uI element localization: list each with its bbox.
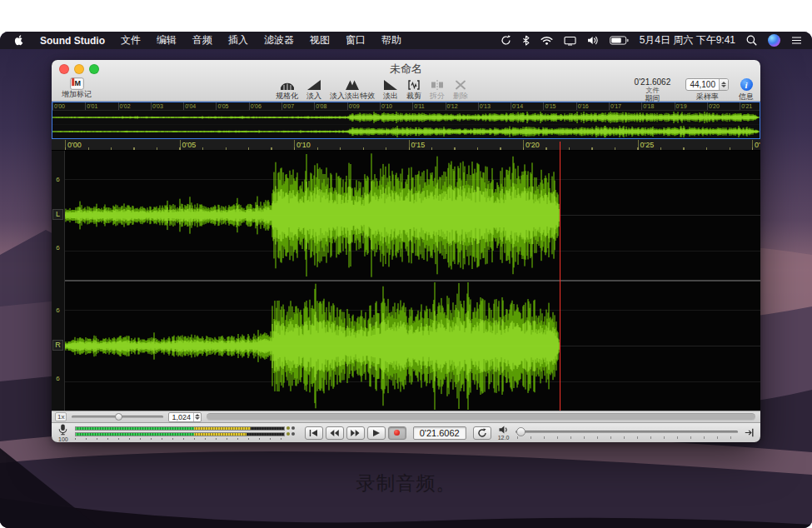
tool-fade-in-out[interactable]: 淡入淡出特效 (326, 77, 378, 100)
overview-tick: 0'10 (380, 102, 392, 110)
window-title: 未命名 (52, 60, 760, 78)
loop-button[interactable] (473, 426, 491, 440)
menu-item-help[interactable]: 帮助 (381, 33, 401, 47)
right-channel-lane[interactable] (65, 281, 760, 411)
input-level-meters (75, 426, 298, 440)
effect-tools: 规格化 淡入 淡入淡出特效 (272, 77, 471, 100)
ruler-tick: 0'20 (523, 140, 540, 150)
record-button[interactable] (388, 426, 406, 440)
edit-view: 0'000'050'100'150'200'250'30 6 L 6 6 R 6 (52, 139, 760, 411)
transport-bar: 100 (52, 422, 760, 442)
sample-rate-select[interactable]: 44,100 (685, 78, 729, 91)
menu-app-name[interactable]: Sound Studio (40, 35, 105, 47)
transport-buttons (305, 426, 406, 440)
playhead[interactable] (560, 142, 560, 411)
menu-item-view[interactable]: 视图 (310, 33, 330, 47)
add-marker-button[interactable]: M 增加标记 (58, 77, 95, 98)
meter-scale-ticks (75, 438, 288, 440)
overview-tick: 0'05 (216, 102, 228, 110)
overview-tick: 0'18 (641, 102, 654, 110)
sync-icon[interactable] (501, 35, 511, 46)
display-icon[interactable] (564, 36, 576, 46)
output-level-value: 12.0 (498, 435, 510, 441)
rewind-button[interactable] (326, 426, 344, 440)
ruler-tick: 0'30 (752, 140, 760, 150)
overview-tick: 0'15 (543, 102, 555, 110)
duration-display: 0'21.6062 文件 期间 (629, 78, 675, 102)
menu-item-file[interactable]: 文件 (121, 33, 141, 47)
overview-tick: 0'00 (52, 102, 65, 110)
apple-menu[interactable] (13, 34, 24, 47)
stepper-icon[interactable] (719, 79, 728, 90)
menu-bar: Sound Studio 文件 编辑 音频 插入 滤波器 视图 窗口 帮助 (0, 32, 812, 49)
close-button[interactable] (59, 64, 69, 74)
right-channel-waveform (65, 281, 760, 411)
minimize-button[interactable] (74, 64, 84, 74)
clip-led (286, 432, 290, 436)
overview-tick: 0'17 (609, 102, 621, 110)
menu-datetime[interactable]: 5月4日 周六 下午9:41 (640, 33, 735, 47)
tool-delete: 删除 (450, 77, 471, 100)
overview-strip[interactable]: 0'000'010'020'030'040'050'060'070'080'09… (52, 102, 760, 139)
db-scale-label: 6 (52, 306, 64, 314)
overview-tick: 0'06 (249, 102, 262, 110)
siri-icon[interactable] (768, 34, 780, 47)
time-display: 0'21.6062 (413, 426, 466, 440)
menu-item-window[interactable]: 窗口 (346, 33, 366, 47)
info-button[interactable]: i (740, 78, 753, 91)
slider-ticks (517, 436, 736, 439)
split-icon (430, 77, 445, 92)
title-bar[interactable]: 未命名 (52, 60, 760, 77)
sound-studio-window: 未命名 M 增加标记 (52, 60, 760, 442)
tool-fade-in[interactable]: 淡入 (303, 77, 325, 100)
volume-icon[interactable] (587, 36, 599, 45)
ruler-tick: 0'15 (409, 140, 426, 150)
spotlight-icon[interactable] (746, 35, 757, 46)
overview-tick: 0'16 (576, 102, 589, 110)
overview-tick: 0'11 (412, 102, 425, 110)
channel-l-label: L (52, 209, 63, 220)
ruler-tick: 0'05 (180, 140, 197, 150)
battery-icon[interactable] (610, 36, 629, 45)
overview-tick: 0'19 (675, 102, 687, 110)
time-ruler[interactable]: 0'000'050'100'150'200'250'30 (52, 139, 760, 151)
output-volume-slider[interactable] (516, 426, 738, 440)
menu-item-audio[interactable]: 音频 (192, 33, 212, 47)
file-duration-sublabel: 文件 (645, 87, 659, 94)
left-channel-lane[interactable] (65, 151, 760, 280)
fast-forward-button[interactable] (346, 426, 365, 440)
record-icon (394, 430, 400, 436)
slider-track (516, 431, 738, 433)
overview-tick: 0'08 (314, 102, 326, 110)
level-meter-left (75, 426, 285, 431)
tool-normalize[interactable]: 规格化 (272, 77, 301, 100)
info-control: i 信息 (739, 78, 754, 101)
trim-icon (406, 77, 421, 92)
channel-gutter: 6 L 6 6 R 6 (52, 151, 65, 411)
zoom-slider-thumb[interactable] (115, 413, 122, 421)
skip-to-end-icon[interactable] (745, 426, 754, 441)
play-button[interactable] (367, 426, 386, 440)
tool-fade-out[interactable]: 淡出 (380, 77, 401, 100)
menu-item-insert[interactable]: 插入 (228, 33, 248, 47)
stepper-icon[interactable] (193, 413, 201, 421)
zoom-level-select[interactable]: 1,024 (168, 412, 202, 422)
horizontal-scrollbar[interactable] (207, 413, 755, 421)
delete-icon (453, 77, 468, 92)
bluetooth-icon[interactable] (522, 35, 530, 46)
menu-item-filter[interactable]: 滤波器 (264, 33, 294, 47)
overview-tick: 0'04 (183, 102, 196, 110)
scrollbar-thumb[interactable] (207, 414, 755, 420)
zoom-button[interactable] (89, 64, 99, 74)
menu-item-edit[interactable]: 编辑 (157, 33, 177, 47)
speaker-icon (499, 426, 509, 435)
notification-center-icon[interactable] (791, 36, 802, 45)
left-channel-waveform (65, 151, 760, 280)
waveform-area[interactable]: 6 L 6 6 R 6 (52, 151, 760, 411)
zoom-slider[interactable] (72, 412, 163, 421)
wifi-icon[interactable] (541, 36, 553, 45)
slider-thumb[interactable] (516, 427, 526, 436)
overview-tick: 0'01 (85, 102, 97, 110)
go-start-button[interactable] (305, 426, 323, 440)
tool-trim[interactable]: 裁剪 (403, 77, 425, 100)
